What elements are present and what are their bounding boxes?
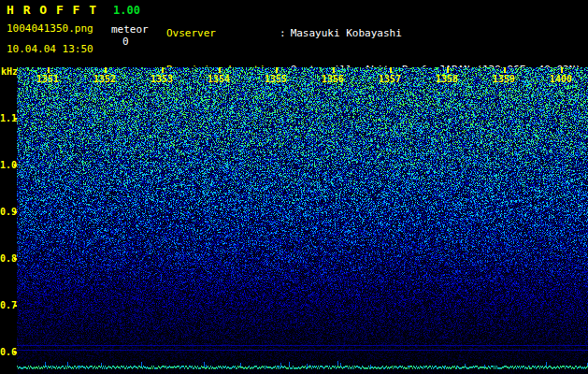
time-tick-mark <box>561 67 563 73</box>
time-tick-mark <box>162 67 164 73</box>
colon-separator: : <box>278 27 291 39</box>
output-filename: 1004041350.png <box>7 22 93 35</box>
time-tick-mark <box>447 67 449 73</box>
time-tick-label: 1357 <box>379 74 401 84</box>
time-tick-mark <box>219 67 221 73</box>
spectrogram-area: 1351 1352 1353 1354 1355 1356 1357 1358 … <box>17 67 588 374</box>
y-tick-label: 0.6 <box>0 347 14 357</box>
y-axis-unit: kHz <box>1 66 18 77</box>
y-tick-label: 0.7 <box>0 300 14 310</box>
time-tick-mark <box>504 67 506 73</box>
y-tick-label: 0.8 <box>0 253 14 264</box>
time-tick-label: 1352 <box>93 74 116 84</box>
timestamp: 10.04.04 13:50 <box>7 43 93 55</box>
spectrogram-canvas <box>17 67 588 374</box>
time-tick-label: 1354 <box>208 74 230 84</box>
time-tick-label: 1356 <box>322 74 344 84</box>
time-tick-mark <box>48 67 50 73</box>
y-tick-label: 0.9 <box>0 207 14 217</box>
time-tick-mark <box>390 67 392 73</box>
time-tick-label: 1358 <box>436 74 458 84</box>
observer-label: Ovserver <box>166 27 278 39</box>
observer-value: Masayuki Kobayashi <box>291 27 402 39</box>
mode-label: meteor <box>111 23 149 36</box>
time-tick-mark <box>333 67 335 73</box>
time-tick-mark <box>105 67 107 73</box>
app-version: 1.00 <box>113 4 140 17</box>
y-tick-label: 1.1 <box>0 113 14 123</box>
y-tick-label: 1.0 <box>0 160 14 170</box>
time-tick-mark <box>276 67 278 73</box>
time-tick-label: 1351 <box>36 74 59 84</box>
hrofft-window: H R O F F T 1.00 1004041350.png meteor 0… <box>0 0 588 374</box>
time-tick-label: 1359 <box>493 74 515 84</box>
time-tick-label: 1353 <box>151 74 173 84</box>
app-title: H R O F F T <box>7 3 97 17</box>
time-tick-label: 1400 <box>550 74 572 84</box>
meteor-count: 0 <box>122 36 129 48</box>
time-tick-label: 1355 <box>265 74 287 84</box>
info-row-observer: Ovserver : Masayuki Kobayashi <box>166 27 581 39</box>
